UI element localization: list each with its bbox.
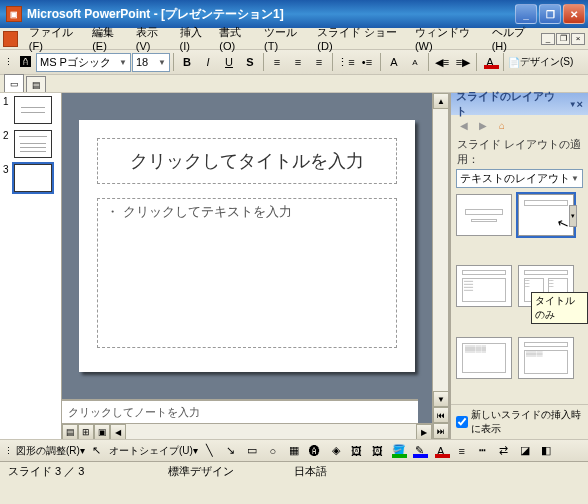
autoshape-menu[interactable]: オートシェイプ(U)▾: [108, 441, 199, 461]
thumbnail-3[interactable]: [14, 164, 52, 192]
scroll-down[interactable]: ▼: [433, 391, 449, 407]
vertical-scrollbar[interactable]: ▲ ▼ ⏮ ⏭: [432, 93, 448, 439]
menu-edit[interactable]: 編集(E): [87, 23, 131, 54]
font-name: MS Pゴシック: [40, 55, 111, 70]
menu-tools[interactable]: ツール(T): [259, 23, 312, 54]
doc-icon: [3, 31, 18, 47]
toolbar-grip[interactable]: ⋮: [3, 52, 14, 72]
diagram-tool[interactable]: ◈: [326, 441, 346, 461]
line-tool[interactable]: ╲: [200, 441, 220, 461]
taskpane-close[interactable]: ×: [577, 98, 583, 110]
thumbnail-panel[interactable]: 1 2 3: [0, 93, 62, 439]
draw-menu[interactable]: 図形の調整(R)▾: [15, 441, 86, 461]
textbox-tool[interactable]: ▦: [284, 441, 304, 461]
align-center-button[interactable]: ≡: [288, 52, 308, 72]
doc-minimize[interactable]: _: [541, 33, 555, 45]
body-placeholder[interactable]: ・ クリックしてテキストを入力: [97, 198, 397, 348]
taskpane-nav: ◀ ▶ ⌂: [451, 115, 588, 135]
font-color-button[interactable]: A: [480, 52, 500, 72]
doc-restore[interactable]: ❐: [556, 33, 570, 45]
picture-tool[interactable]: 🖼: [368, 441, 388, 461]
taskpane-dropdown[interactable]: ▼: [569, 100, 577, 109]
minimize-button[interactable]: _: [515, 4, 537, 24]
notes-pane[interactable]: クリックしてノートを入力: [62, 399, 418, 423]
align-left-button[interactable]: ≡: [267, 52, 287, 72]
menu-format[interactable]: 書式(O): [214, 23, 259, 54]
layout-dropdown-icon[interactable]: ▾: [569, 205, 577, 227]
menu-help[interactable]: ヘルプ(H): [487, 23, 541, 54]
thumbnail-1[interactable]: [14, 96, 52, 124]
menu-window[interactable]: ウィンドウ(W): [410, 23, 487, 54]
arrow-tool[interactable]: ↘: [221, 441, 241, 461]
shadow-tool[interactable]: ◪: [515, 441, 535, 461]
layout-gallery[interactable]: ↖ ▾ タイトルのみ ━━━━━━━━━━━━ ━━━━━━ ━━━━━━: [451, 192, 588, 404]
oval-tool[interactable]: ○: [263, 441, 283, 461]
layout-title-content[interactable]: ━━━━━━━━━━━━: [456, 265, 512, 307]
menu-slideshow[interactable]: スライド ショー(D): [312, 23, 410, 54]
language: 日本語: [294, 464, 327, 479]
arrow-style-tool[interactable]: ⇄: [494, 441, 514, 461]
scroll-up[interactable]: ▲: [433, 93, 449, 109]
sorter-view-button[interactable]: ⊞: [78, 424, 94, 439]
close-button[interactable]: ✕: [563, 4, 585, 24]
clipart-tool[interactable]: 🖼: [347, 441, 367, 461]
back-icon[interactable]: ◀: [456, 117, 472, 133]
line-color-tool[interactable]: ✎: [410, 441, 430, 461]
fill-color-tool[interactable]: 🪣: [389, 441, 409, 461]
menu-view[interactable]: 表示(V): [131, 23, 175, 54]
3d-tool[interactable]: ◧: [536, 441, 556, 461]
taskpane-title-bar[interactable]: スライドのレイアウト ▼ ×: [451, 93, 588, 115]
decrease-indent-button[interactable]: ◀≡: [432, 52, 452, 72]
font-color-tool[interactable]: A: [431, 441, 451, 461]
outline-tab[interactable]: ▭: [4, 74, 24, 92]
checkbox-input[interactable]: [456, 416, 468, 428]
drawing-toolbar: ⋮ 図形の調整(R)▾ ↖ オートシェイプ(U)▾ ╲ ↘ ▭ ○ ▦ 🅐 ◈ …: [0, 439, 588, 461]
app-icon: ▣: [6, 6, 22, 22]
doc-close[interactable]: ×: [571, 33, 585, 45]
select-tool[interactable]: ↖: [87, 441, 107, 461]
increase-indent-button[interactable]: ≡▶: [453, 52, 473, 72]
scroll-right[interactable]: ▶: [416, 424, 432, 439]
rectangle-tool[interactable]: ▭: [242, 441, 262, 461]
thumbnail-2[interactable]: [14, 130, 52, 158]
bullets-button[interactable]: •≡: [357, 52, 377, 72]
dash-style-tool[interactable]: ┅: [473, 441, 493, 461]
show-on-insert-checkbox[interactable]: 新しいスライドの挿入時に表示: [451, 404, 588, 439]
layout-title-only[interactable]: ↖ ▾: [518, 194, 574, 236]
align-right-button[interactable]: ≡: [309, 52, 329, 72]
line-style-tool[interactable]: ≡: [452, 441, 472, 461]
numbering-button[interactable]: ⋮≡: [336, 52, 356, 72]
maximize-button[interactable]: ❐: [539, 4, 561, 24]
font-size-select[interactable]: 18 ▼: [132, 53, 170, 72]
layout-content-2[interactable]: ||||||||||||||||||||||||||||||||: [518, 337, 574, 379]
layout-tooltip: タイトルのみ: [531, 292, 588, 324]
slides-tab[interactable]: ▤: [26, 76, 46, 92]
forward-icon[interactable]: ▶: [475, 117, 491, 133]
normal-view-button[interactable]: ▤: [62, 424, 78, 439]
bold-button[interactable]: B: [177, 52, 197, 72]
italic-button[interactable]: I: [198, 52, 218, 72]
increase-font-button[interactable]: A: [384, 52, 404, 72]
shadow-button[interactable]: S: [240, 52, 260, 72]
toolbar-grip[interactable]: ⋮: [3, 441, 14, 461]
wordart-tool[interactable]: 🅐: [305, 441, 325, 461]
font-select[interactable]: MS Pゴシック ▼: [36, 53, 131, 72]
arrow-dropdown[interactable]: 🅰: [15, 52, 35, 72]
slide-counter: スライド 3 ／ 3: [8, 464, 108, 479]
slideshow-view-button[interactable]: ▣: [94, 424, 110, 439]
design-button[interactable]: 📄デザイン(S): [507, 52, 574, 72]
next-slide[interactable]: ⏭: [433, 423, 449, 439]
layout-content-1[interactable]: ||||||||||||||||||||||||||||||||||||||||…: [456, 337, 512, 379]
home-icon[interactable]: ⌂: [494, 117, 510, 133]
horizontal-scrollbar[interactable]: ▤ ⊞ ▣ ◀ ▶: [62, 423, 432, 439]
scroll-left[interactable]: ◀: [110, 424, 126, 439]
layout-title-slide[interactable]: [456, 194, 512, 236]
underline-button[interactable]: U: [219, 52, 239, 72]
prev-slide[interactable]: ⏮: [433, 407, 449, 423]
layout-category-select[interactable]: テキストのレイアウト ▼: [456, 169, 583, 188]
decrease-font-button[interactable]: A: [405, 52, 425, 72]
menu-insert[interactable]: 挿入(I): [175, 23, 215, 54]
menu-file[interactable]: ファイル(F): [24, 23, 87, 54]
slide-canvas[interactable]: クリックしてタイトルを入力 ・ クリックしてテキストを入力: [79, 120, 415, 372]
title-placeholder[interactable]: クリックしてタイトルを入力: [97, 138, 397, 184]
